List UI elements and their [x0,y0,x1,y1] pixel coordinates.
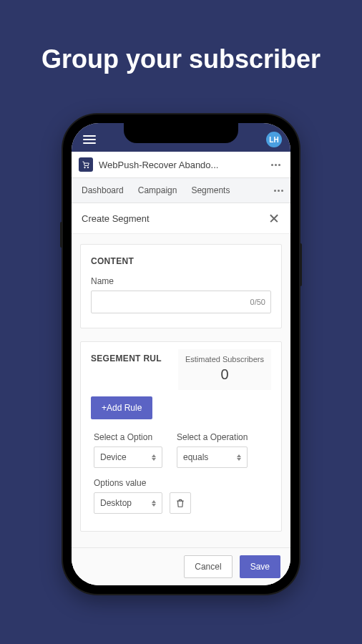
option-value: Device [100,452,127,462]
app-name: WebPush-Recover Abando... [99,160,263,170]
phone-notch [124,123,238,143]
footer: Cancel Save [72,547,290,585]
tab-segments[interactable]: Segments [185,178,235,203]
tab-campaign[interactable]: Campaign [132,178,183,203]
add-rule-button[interactable]: +Add Rule [91,396,152,419]
section-header: Create Segment [72,203,290,234]
phone-frame: LH WebPush-Recover Abando... Dashboard C… [63,114,299,594]
phone-screen: LH WebPush-Recover Abando... Dashboard C… [72,123,290,585]
operation-label: Select a Operation [177,432,248,442]
svg-point-1 [87,167,89,168]
section-title: Create Segment [82,213,150,224]
cart-icon [79,157,93,172]
content-card: CONTENT Name 0/50 [80,244,282,328]
option-select[interactable]: Device [94,447,162,468]
cancel-button[interactable]: Cancel [184,555,232,578]
trash-icon [175,498,185,508]
close-icon[interactable] [268,212,280,225]
content-heading: CONTENT [91,256,271,266]
rules-card: SEGEMENT RUL Estimated Subscribers 0 +Ad… [80,341,282,532]
content-area: CONTENT Name 0/50 SEGEMENT RUL Estimated… [72,234,290,585]
value-select[interactable]: Desktop [94,492,162,514]
estimated-value: 0 [185,366,264,383]
tab-dashboard[interactable]: Dashboard [76,178,129,203]
value-label: Options value [94,478,191,488]
operation-select[interactable]: equals [177,447,248,468]
menu-icon[interactable] [80,132,99,147]
name-input[interactable] [91,291,271,313]
save-button[interactable]: Save [240,555,280,578]
estimated-box: Estimated Subscribers 0 [178,349,271,390]
name-label: Name [91,276,271,286]
name-counter: 0/50 [250,298,265,306]
svg-point-0 [84,167,86,168]
estimated-label: Estimated Subscribers [185,355,264,364]
option-label: Select a Option [94,432,162,442]
more-icon[interactable] [268,161,283,169]
avatar[interactable]: LH [266,132,282,147]
rule-row: Select a Option Device Select a Operatio… [91,432,271,514]
operation-value: equals [183,452,208,462]
tabs: Dashboard Campaign Segments [72,178,290,203]
chevron-updown-icon [152,500,156,507]
chevron-updown-icon [237,454,241,461]
page-headline: Group your subscriber [0,0,362,74]
tabs-more-icon[interactable] [271,187,286,195]
app-title-bar: WebPush-Recover Abando... [72,152,290,178]
value-value: Desktop [100,498,132,508]
delete-rule-button[interactable] [170,492,191,514]
chevron-updown-icon [152,454,156,461]
